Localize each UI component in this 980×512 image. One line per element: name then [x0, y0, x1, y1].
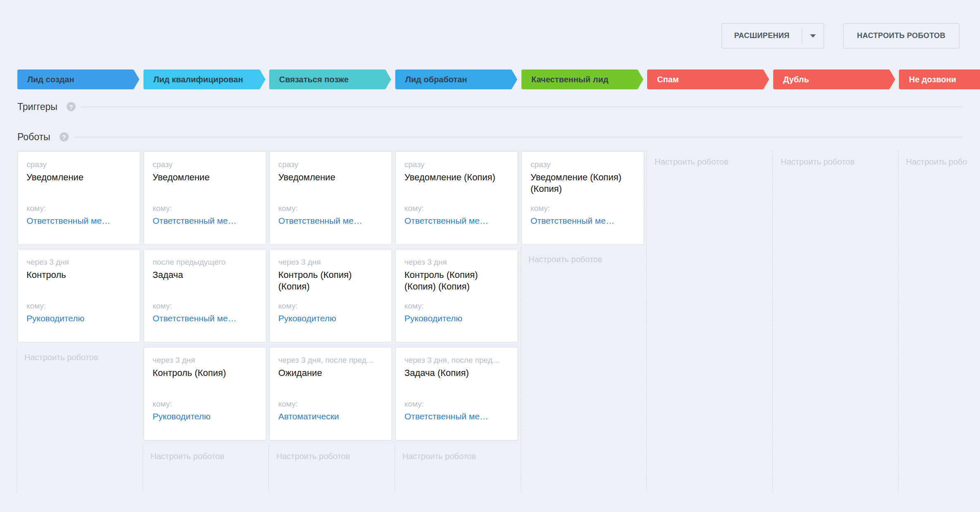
- triggers-section-header: Триггеры ?: [17, 98, 963, 116]
- stage-arrow: [763, 69, 769, 89]
- robot-assignee-link[interactable]: Руководителю: [153, 412, 259, 421]
- robot-card[interactable]: сразу Уведомление кому: Ответственный ме…: [17, 151, 140, 245]
- robot-card[interactable]: через 3 дня, после пред… Задача (Копия) …: [395, 347, 518, 440]
- robot-card[interactable]: сразу Уведомление (Копия) кому: Ответств…: [395, 151, 518, 245]
- robot-to-label: кому:: [278, 400, 298, 409]
- column-divider: [646, 151, 647, 492]
- stage-lead-processed[interactable]: Лид обработан: [395, 69, 512, 89]
- setup-robots-button-label: НАСТРОИТЬ РОБОТОВ: [857, 31, 946, 40]
- stage-label: Связаться позже: [269, 69, 386, 89]
- robot-to-label: кому:: [153, 400, 172, 409]
- robot-card[interactable]: через 3 дня Контроль (Копия) (Копия) (Ко…: [395, 249, 518, 342]
- robot-card[interactable]: через 3 дня Контроль (Копия) (Копия) ком…: [269, 249, 392, 342]
- add-robot-placeholder[interactable]: Настроить роботов: [655, 157, 728, 167]
- robots-title: Роботы: [17, 132, 50, 143]
- robot-assignee-link[interactable]: Автоматически: [278, 412, 385, 421]
- robot-timing: сразу: [404, 160, 511, 169]
- robot-title: Уведомление (Копия): [404, 172, 509, 183]
- section-divider: [74, 137, 963, 137]
- robot-assignee-link[interactable]: Ответственный ме…: [531, 216, 637, 226]
- robot-title: Задача: [153, 269, 258, 281]
- setup-robots-button[interactable]: НАСТРОИТЬ РОБОТОВ: [843, 23, 959, 48]
- robot-assignee-link[interactable]: Ответственный ме…: [404, 216, 511, 226]
- add-robot-placeholder[interactable]: Настроить роботов: [151, 452, 224, 461]
- robot-timing: через 3 дня: [278, 258, 385, 267]
- robot-assignee-link[interactable]: Ответственный ме…: [26, 216, 133, 226]
- extensions-button[interactable]: РАСШИРЕНИЯ: [722, 23, 824, 48]
- robot-card[interactable]: сразу Уведомление кому: Ответственный ме…: [143, 151, 266, 245]
- pipeline-automation-page: РАСШИРЕНИЯ НАСТРОИТЬ РОБОТОВ Лид создан …: [0, 0, 980, 512]
- section-divider: [81, 107, 963, 107]
- stage-lead-created[interactable]: Лид создан: [17, 69, 134, 89]
- robot-card[interactable]: сразу Уведомление (Копия) (Копия) кому: …: [521, 151, 644, 245]
- robot-assignee-link[interactable]: Ответственный ме…: [404, 412, 511, 421]
- column-divider: [394, 446, 395, 492]
- robot-title: Контроль (Копия): [153, 367, 258, 379]
- robot-assignee-link[interactable]: Ответственный ме…: [278, 216, 385, 226]
- add-robot-placeholder[interactable]: Настроить роботов: [24, 353, 98, 362]
- robot-title: Уведомление: [153, 172, 258, 183]
- robot-timing: сразу: [531, 160, 637, 169]
- stage-arrow: [260, 69, 265, 89]
- robot-assignee-link[interactable]: Ответственный ме…: [153, 216, 259, 226]
- stage-label: Лид создан: [17, 69, 134, 89]
- column-divider: [268, 446, 269, 492]
- stage-label: Лид квалифицирован: [143, 69, 260, 89]
- robot-title: Контроль: [26, 269, 131, 281]
- robot-to-label: кому:: [404, 204, 424, 213]
- stage-arrow: [889, 69, 895, 89]
- stage-arrow: [385, 69, 391, 89]
- robot-to-label: кому:: [153, 204, 172, 213]
- robot-timing: через 3 дня, после пред…: [404, 356, 511, 365]
- add-robot-placeholder[interactable]: Настроить роботов: [402, 452, 476, 461]
- robot-card[interactable]: через 3 дня, после пред… Ожидание кому: …: [269, 347, 392, 440]
- robot-timing: сразу: [278, 160, 385, 169]
- stage-label: Спам: [647, 69, 764, 89]
- add-robot-placeholder[interactable]: Настроить роботов: [276, 452, 350, 461]
- robot-title: Ожидание: [278, 367, 383, 379]
- robot-to-label: кому:: [278, 204, 298, 213]
- robot-timing: после предыдущего: [153, 258, 259, 267]
- column-divider: [17, 347, 17, 492]
- stage-label: Дубль: [773, 69, 890, 89]
- chevron-down-icon: [810, 34, 816, 38]
- robot-assignee-link[interactable]: Руководителю: [278, 313, 385, 323]
- column-divider: [772, 151, 773, 492]
- stage-label: Качественный лид: [521, 69, 638, 89]
- robot-card[interactable]: через 3 дня Контроль (Копия) кому: Руков…: [143, 347, 266, 440]
- add-robot-placeholder[interactable]: Настроить роботов: [528, 255, 602, 264]
- stage-quality-lead[interactable]: Качественный лид: [521, 69, 638, 89]
- add-robot-placeholder[interactable]: Настроить робо: [906, 157, 967, 167]
- stage-lead-qualified[interactable]: Лид квалифицирован: [143, 69, 260, 89]
- robot-title: Уведомление: [26, 172, 131, 183]
- robot-assignee-link[interactable]: Руководителю: [26, 313, 133, 323]
- robot-to-label: кому:: [153, 301, 172, 311]
- robot-card[interactable]: через 3 дня Контроль кому: Руководителю: [17, 249, 140, 342]
- robot-timing: сразу: [153, 160, 259, 169]
- robot-to-label: кому:: [26, 204, 46, 213]
- robot-to-label: кому:: [26, 301, 46, 311]
- stage-no-answer[interactable]: Не дозвони: [899, 69, 980, 89]
- robot-timing: через 3 дня, после пред…: [278, 356, 385, 365]
- robot-assignee-link[interactable]: Ответственный ме…: [153, 313, 259, 323]
- stage-arrow: [512, 69, 517, 89]
- extensions-dropdown-button[interactable]: [802, 34, 824, 38]
- robot-to-label: кому:: [278, 301, 298, 311]
- robot-to-label: кому:: [531, 204, 550, 213]
- triggers-help-icon[interactable]: ?: [67, 102, 76, 111]
- triggers-title: Триггеры: [17, 101, 57, 112]
- robot-card[interactable]: после предыдущего Задача кому: Ответстве…: [143, 249, 266, 342]
- extensions-button-label: РАСШИРЕНИЯ: [722, 31, 802, 40]
- robots-section-header: Роботы ?: [17, 128, 963, 146]
- stage-contact-later[interactable]: Связаться позже: [269, 69, 386, 89]
- robot-assignee-link[interactable]: Руководителю: [404, 313, 511, 323]
- add-robot-placeholder[interactable]: Настроить роботов: [781, 157, 854, 167]
- robots-help-icon[interactable]: ?: [60, 132, 69, 141]
- stage-spam[interactable]: Спам: [647, 69, 764, 89]
- robot-title: Задача (Копия): [404, 367, 509, 379]
- robot-to-label: кому:: [404, 301, 424, 311]
- robot-title: Контроль (Копия) (Копия) (Копия): [404, 269, 509, 292]
- robot-card[interactable]: сразу Уведомление кому: Ответственный ме…: [269, 151, 392, 245]
- stage-duplicate[interactable]: Дубль: [773, 69, 890, 89]
- robot-title: Уведомление: [278, 172, 383, 183]
